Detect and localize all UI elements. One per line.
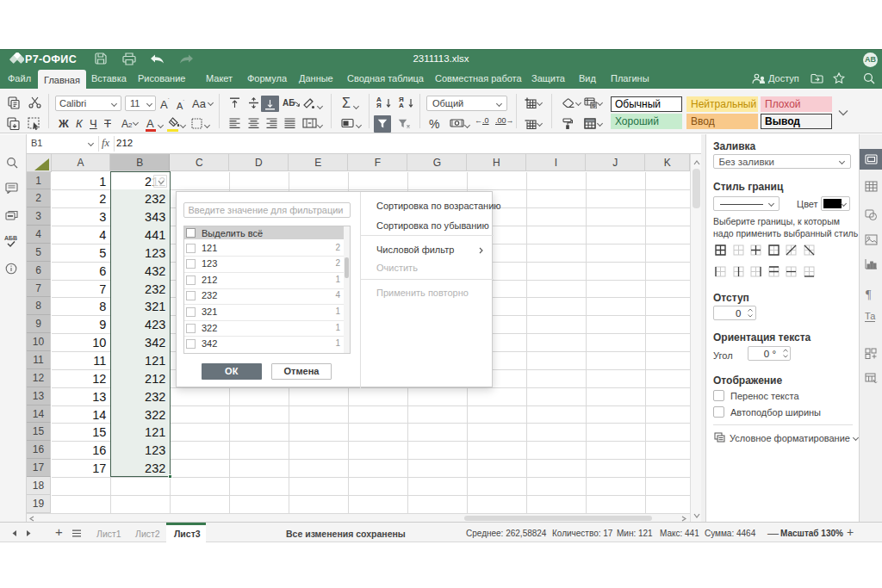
svg-text:S: S [592, 103, 595, 108]
